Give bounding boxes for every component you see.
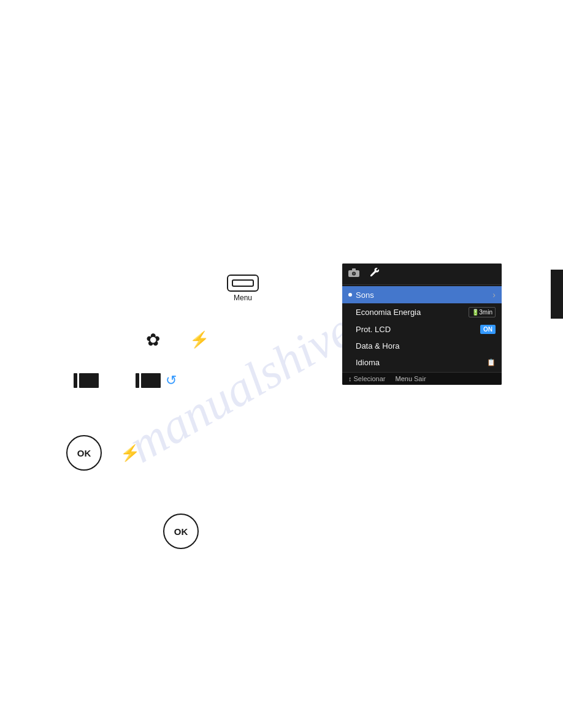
menu-button-inner: [232, 279, 254, 287]
menu-item-prot-lcd-label: Prot. LCD: [356, 325, 391, 334]
ok-button-large[interactable]: OK: [66, 435, 102, 471]
menu-item-sons-label: Sons: [356, 290, 374, 300]
tab-camera[interactable]: [348, 268, 359, 280]
ok-button-bottom[interactable]: OK: [163, 514, 199, 549]
idioma-badge: 📋: [487, 358, 496, 366]
menu-item-economia-label: Economia Energia: [356, 308, 421, 317]
icons-macro-flash-row: ✿ ⚡: [146, 330, 209, 350]
side-bar: [551, 270, 563, 319]
continuous-icon: [74, 373, 99, 388]
menu-label: Menu: [234, 294, 252, 302]
language-icon: 📋: [487, 358, 496, 366]
menu-item-data-hora[interactable]: Data & Hora: [342, 338, 502, 354]
footer-exit-label: Sair: [414, 375, 426, 382]
menu-item-idioma-label: Idioma: [356, 358, 380, 367]
menu-footer: ↕ Selecionar Menu Sair: [342, 372, 502, 385]
camera-menu-panel: Sons › Economia Energia 🔋 3min Prot. LCD…: [342, 264, 502, 385]
menu-item-idioma[interactable]: Idioma 📋: [342, 354, 502, 371]
macro-icon: ✿: [146, 330, 160, 350]
refresh-icon: ↺: [166, 373, 177, 389]
svg-rect-1: [352, 268, 356, 271]
select-arrow-icon: ↕: [348, 375, 352, 382]
menu-tabs: [342, 264, 502, 285]
economia-badge: 🔋 3min: [469, 307, 496, 317]
battery-icon: 🔋: [472, 309, 479, 316]
timer-area: ↺: [136, 373, 177, 389]
prot-lcd-badge: ON: [480, 325, 496, 334]
ok-text-bottom: OK: [174, 526, 188, 537]
flash-large-icon: ⚡: [190, 330, 209, 349]
menu-item-sons[interactable]: Sons ›: [342, 286, 502, 303]
menu-button-area: Menu: [227, 275, 259, 302]
menu-items-list: Sons › Economia Energia 🔋 3min Prot. LCD…: [342, 285, 502, 372]
footer-exit: Menu Sair: [395, 375, 426, 382]
flash-small-icon: ⚡: [120, 444, 140, 463]
footer-select: ↕ Selecionar: [348, 375, 385, 382]
menu-button-icon[interactable]: [227, 275, 259, 292]
menu-footer-icon: Menu: [395, 375, 412, 382]
svg-point-3: [353, 273, 355, 275]
menu-item-prot-lcd[interactable]: Prot. LCD ON: [342, 321, 502, 338]
drive-icons-row: ↺: [74, 373, 177, 389]
footer-select-label: Selecionar: [354, 375, 386, 382]
menu-item-data-hora-label: Data & Hora: [356, 341, 400, 351]
selection-dot: [348, 293, 352, 297]
ok-text-large: OK: [77, 448, 91, 458]
tab-wrench[interactable]: [369, 267, 379, 281]
menu-item-economia[interactable]: Economia Energia 🔋 3min: [342, 303, 502, 321]
sons-arrow: ›: [492, 290, 496, 300]
economia-value: 3min: [479, 309, 492, 316]
